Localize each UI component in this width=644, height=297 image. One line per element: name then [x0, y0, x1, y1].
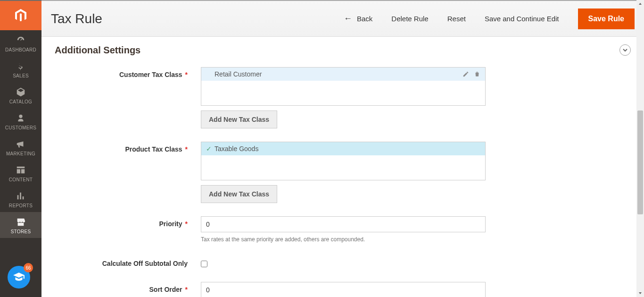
layout-icon: [16, 165, 26, 175]
dollar-icon: [16, 61, 26, 71]
nav-label: Dashboard: [5, 47, 36, 52]
nav-reports[interactable]: Reports: [0, 186, 41, 212]
delete-rule-button[interactable]: Delete Rule: [391, 15, 428, 23]
field-priority: Priority* Tax rates at the same priority…: [55, 216, 631, 243]
content-area: Additional Settings Customer Tax Class* …: [41, 37, 644, 297]
admin-sidebar: Dashboard Sales Catalog Customers Market…: [0, 0, 41, 297]
window-scrollbar[interactable]: [636, 0, 644, 297]
page-title: Tax Rule: [51, 11, 102, 26]
option-retail-customer[interactable]: Retail Customer: [201, 68, 485, 81]
add-customer-tax-class-button[interactable]: Add New Tax Class: [201, 110, 277, 128]
nav-label: Reports: [9, 203, 33, 208]
section-title: Additional Settings: [55, 45, 140, 56]
field-customer-tax-class: Customer Tax Class* Retail Customer: [55, 67, 631, 128]
magento-icon: [13, 8, 28, 23]
nav-customers[interactable]: Customers: [0, 108, 41, 134]
blank-check: [206, 70, 213, 78]
check-icon: ✓: [206, 145, 213, 153]
nav-sales[interactable]: Sales: [0, 56, 41, 82]
nav-dashboard[interactable]: Dashboard: [0, 30, 41, 56]
nav-label: Stores: [11, 229, 31, 234]
nav-content[interactable]: Content: [0, 160, 41, 186]
pencil-icon[interactable]: [462, 71, 469, 77]
field-sort-order: Sort Order*: [55, 282, 631, 297]
nav-label: Catalog: [9, 99, 32, 104]
box-icon: [16, 87, 26, 97]
chevron-down-icon: [622, 47, 628, 53]
reset-button[interactable]: Reset: [447, 15, 466, 23]
magento-logo[interactable]: [0, 1, 41, 30]
option-taxable-goods[interactable]: ✓ Taxable Goods: [201, 142, 485, 155]
option-label: Retail Customer: [215, 70, 262, 78]
person-icon: [16, 113, 26, 123]
priority-hint: Tax rates at the same priority are added…: [201, 236, 486, 243]
scroll-down-icon[interactable]: [636, 289, 644, 297]
save-rule-button[interactable]: Save Rule: [578, 8, 635, 29]
back-label: Back: [357, 15, 372, 23]
nav-label: Content: [9, 177, 33, 182]
page-header: Tax Rule ← Back Delete Rule Reset Save a…: [41, 0, 644, 37]
field-calc-off-subtotal: Calculate Off Subtotal Only: [55, 256, 631, 269]
option-label: Taxable Goods: [215, 145, 258, 153]
store-icon: [16, 217, 26, 227]
nav-label: Sales: [13, 73, 29, 78]
field-label: Sort Order*: [55, 282, 201, 293]
nav-label: Marketing: [6, 151, 35, 156]
add-product-tax-class-button[interactable]: Add New Tax Class: [201, 185, 277, 203]
dashboard-icon: [16, 35, 26, 45]
field-label: Customer Tax Class*: [55, 67, 201, 78]
nav-label: Customers: [5, 125, 36, 130]
chart-icon: [16, 191, 26, 201]
nav-catalog[interactable]: Catalog: [0, 82, 41, 108]
sort-order-input[interactable]: [201, 282, 486, 297]
arrow-left-icon: ←: [344, 14, 352, 24]
graduation-icon: [13, 271, 25, 283]
main-panel: Tax Rule ← Back Delete Rule Reset Save a…: [41, 0, 644, 297]
scroll-track[interactable]: [636, 8, 644, 289]
field-label: Calculate Off Subtotal Only: [55, 256, 201, 267]
scroll-up-icon[interactable]: [636, 0, 644, 8]
customer-tax-class-select[interactable]: Retail Customer: [201, 67, 486, 106]
collapse-toggle[interactable]: [619, 44, 631, 56]
scroll-thumb[interactable]: [637, 110, 643, 214]
nav-stores[interactable]: Stores: [0, 212, 41, 238]
nav-marketing[interactable]: Marketing: [0, 134, 41, 160]
save-continue-button[interactable]: Save and Continue Edit: [485, 15, 559, 23]
calc-off-subtotal-checkbox[interactable]: [201, 261, 207, 267]
section-header: Additional Settings: [55, 44, 631, 56]
priority-input[interactable]: [201, 216, 486, 232]
field-label: Product Tax Class*: [55, 142, 201, 153]
product-tax-class-select[interactable]: ✓ Taxable Goods: [201, 142, 486, 180]
header-actions: ← Back Delete Rule Reset Save and Contin…: [344, 8, 635, 29]
trash-icon[interactable]: [474, 71, 480, 77]
field-product-tax-class: Product Tax Class* ✓ Taxable Goods Add N…: [55, 142, 631, 203]
notification-badge[interactable]: 66: [24, 263, 33, 272]
field-label: Priority*: [55, 216, 201, 228]
megaphone-icon: [16, 139, 26, 149]
back-button[interactable]: ← Back: [344, 14, 372, 24]
